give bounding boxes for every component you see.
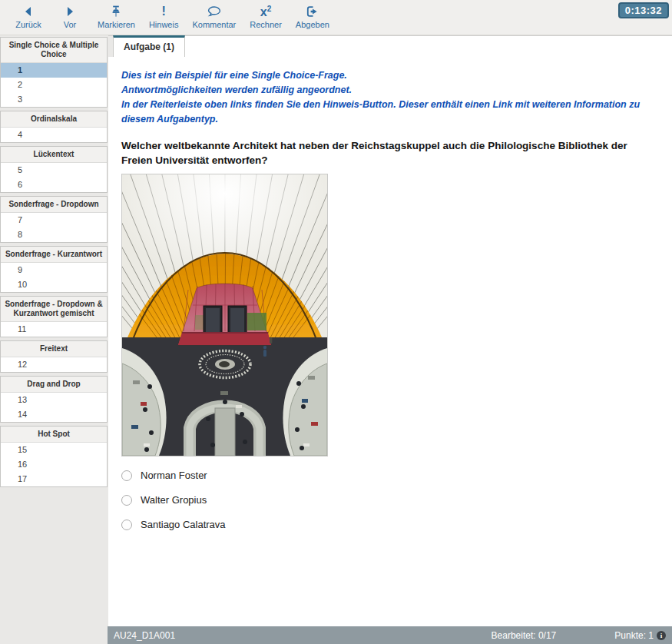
- exam-window: Zurück Vor Markieren ! Hinweis: [0, 0, 672, 644]
- progress-counter: Bearbeitet: 0/17: [492, 630, 557, 641]
- question-group: Hot Spot151617: [0, 426, 108, 487]
- question-group: Drag and Drop1314: [0, 376, 108, 423]
- question-nav-item-14[interactable]: 14: [1, 407, 107, 422]
- question-group-title: Sonderfrage - Dropdown: [1, 197, 107, 213]
- question-nav-item-6[interactable]: 6: [1, 178, 107, 192]
- question-nav-item-3[interactable]: 3: [1, 92, 107, 107]
- question-nav-item-5[interactable]: 5: [1, 163, 107, 178]
- forward-button[interactable]: Vor: [49, 0, 91, 32]
- back-arrow-icon: [22, 4, 35, 18]
- question-group: Sonderfrage - Kurzantwort910: [0, 246, 108, 293]
- pushpin-icon: [109, 4, 123, 18]
- calculator-button[interactable]: x2 Rechner: [243, 0, 289, 32]
- submit-button[interactable]: Abgeben: [289, 0, 336, 32]
- speech-bubble-icon: [207, 4, 222, 18]
- answer-option-label: Walter Gropius: [141, 494, 207, 506]
- question-group-title: Drag and Drop: [1, 377, 107, 393]
- instruction-text: Dies ist ein Beispiel für eine Single Ch…: [121, 68, 660, 127]
- question-group-title: Single Choice & Multiple Choice: [1, 38, 107, 63]
- forward-arrow-icon: [63, 4, 77, 18]
- question-nav-item-16[interactable]: 16: [1, 457, 107, 472]
- x-squared-icon: x2: [260, 4, 271, 18]
- question-group: Ordinalskala4: [0, 111, 108, 143]
- question-panel: Dies ist ein Beispiel für eine Single Ch…: [108, 57, 672, 626]
- question-nav-item-8[interactable]: 8: [1, 227, 107, 242]
- question-nav-item-4[interactable]: 4: [1, 128, 107, 142]
- toolbar: Zurück Vor Markieren ! Hinweis: [0, 0, 672, 35]
- info-icon[interactable]: i: [657, 631, 666, 640]
- question-nav-item-15[interactable]: 15: [1, 443, 107, 457]
- question-group-title: Freitext: [1, 341, 107, 357]
- item-code: AU24_D1A001: [114, 630, 175, 641]
- question-image: [121, 174, 328, 456]
- points-label: Punkte: 1 i: [614, 630, 666, 641]
- question-nav-item-11[interactable]: 11: [1, 322, 107, 337]
- countdown-timer: 0:13:32: [618, 2, 669, 18]
- points-value: Punkte: 1: [614, 630, 654, 641]
- answer-options: Norman FosterWalter GropiusSantiago Cala…: [121, 470, 660, 530]
- answer-option-2[interactable]: Walter Gropius: [121, 494, 660, 506]
- question-nav-item-10[interactable]: 10: [1, 277, 107, 292]
- answer-option-1[interactable]: Norman Foster: [121, 470, 660, 481]
- question-group: Sonderfrage - Dropdown78: [0, 196, 108, 243]
- question-nav-item-12[interactable]: 12: [1, 357, 107, 372]
- question-nav-item-7[interactable]: 7: [1, 213, 107, 227]
- question-group-title: Lückentext: [1, 147, 107, 163]
- comment-button[interactable]: Kommentar: [185, 0, 243, 32]
- tab-bar: Aufgabe (1): [108, 35, 672, 57]
- question-group-title: Hot Spot: [1, 427, 107, 443]
- hint-button-label: Hinweis: [149, 20, 179, 29]
- question-nav-item-17[interactable]: 17: [1, 472, 107, 486]
- exclamation-icon: !: [162, 4, 166, 18]
- question-nav-item-13[interactable]: 13: [1, 393, 107, 407]
- question-text: Welcher weltbekannte Architekt hat neben…: [121, 138, 660, 168]
- question-group-title: Sonderfrage - Dropdown & Kurzantwort gem…: [1, 297, 107, 322]
- comment-button-label: Kommentar: [192, 20, 236, 29]
- hint-text: In der Reiterleiste oben links finden Si…: [121, 98, 660, 127]
- radio-button-icon[interactable]: [121, 520, 132, 530]
- question-group-title: Ordinalskala: [1, 111, 107, 128]
- question-group: Sonderfrage - Dropdown & Kurzantwort gem…: [0, 296, 108, 337]
- calculator-button-label: Rechner: [250, 20, 282, 29]
- radio-button-icon[interactable]: [121, 495, 132, 506]
- submit-button-label: Abgeben: [296, 20, 329, 29]
- question-group: Single Choice & Multiple Choice123: [0, 37, 108, 108]
- answer-option-3[interactable]: Santiago Calatrava: [121, 519, 660, 530]
- hint-button[interactable]: ! Hinweis: [142, 0, 186, 32]
- tab-aufgabe[interactable]: Aufgabe (1): [113, 35, 185, 57]
- radio-button-icon[interactable]: [121, 470, 132, 481]
- back-button[interactable]: Zurück: [8, 0, 49, 32]
- question-nav-item-2[interactable]: 2: [1, 78, 107, 92]
- instruction-line-2: Antwortmöglichkeiten werden zufällig ang…: [121, 83, 660, 98]
- question-nav-item-1[interactable]: 1: [1, 63, 107, 78]
- instruction-line-1: Dies ist ein Beispiel für eine Single Ch…: [121, 68, 660, 83]
- question-group-title: Sonderfrage - Kurzantwort: [1, 247, 107, 263]
- status-bar: AU24_D1A001 Bearbeitet: 0/17 Punkte: 1 i: [108, 626, 672, 644]
- mark-button[interactable]: Markieren: [91, 0, 142, 32]
- logout-arrow-icon: [305, 4, 319, 18]
- answer-option-label: Norman Foster: [141, 470, 207, 481]
- forward-button-label: Vor: [64, 20, 77, 29]
- question-nav-item-9[interactable]: 9: [1, 263, 107, 277]
- back-button-label: Zurück: [15, 20, 41, 29]
- question-nav: Single Choice & Multiple Choice123Ordina…: [0, 37, 108, 490]
- answer-option-label: Santiago Calatrava: [141, 519, 226, 530]
- mark-button-label: Markieren: [98, 20, 135, 29]
- question-group: Freitext12: [0, 340, 108, 373]
- question-group: Lückentext56: [0, 146, 108, 193]
